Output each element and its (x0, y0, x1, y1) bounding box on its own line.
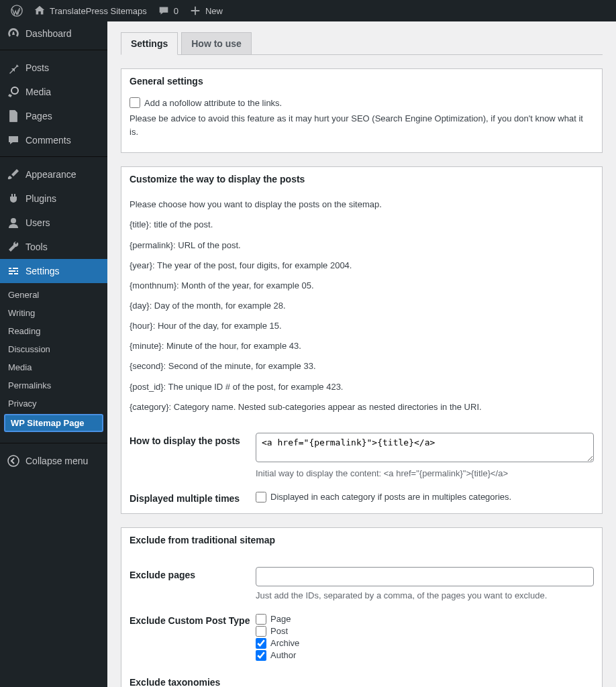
collapse-icon (7, 454, 20, 468)
tab-settings[interactable]: Settings (121, 32, 178, 55)
menu-label: Pages (25, 111, 52, 121)
token-hour: {hour}: Hour of the day, for example 15. (130, 319, 594, 333)
token-permalink: {permalink}: URL of the post. (130, 239, 594, 252)
cpt-archive-checkbox[interactable] (256, 638, 266, 649)
cpt-author-label: Author (270, 650, 296, 660)
menu-comments[interactable]: Comments (0, 128, 107, 152)
cpt-archive-label: Archive (270, 638, 299, 648)
menu-settings[interactable]: Settings (0, 259, 107, 283)
general-settings-heading: General settings (121, 69, 602, 93)
comment-icon (158, 5, 170, 17)
menu-label: Tools (25, 242, 48, 252)
nofollow-checkbox[interactable] (130, 97, 140, 108)
admin-bar: TranslatePress Sitemaps 0 New (0, 0, 616, 21)
menu-label: Settings (25, 266, 60, 276)
collapse-label: Collapse menu (25, 456, 88, 466)
comments-count: 0 (174, 6, 178, 16)
menu-label: Posts (25, 62, 49, 73)
displayed-multiple-label: Displayed multiple times (130, 490, 256, 504)
sliders-icon (7, 264, 20, 278)
token-list: {title}: title of the post. {permalink}:… (130, 218, 594, 413)
comments-menu[interactable]: 0 (152, 0, 184, 21)
submenu-media[interactable]: Media (0, 358, 107, 376)
settings-submenu: General Writing Reading Discussion Media… (0, 283, 107, 439)
exclude-pages-input[interactable] (256, 567, 594, 586)
menu-dashboard[interactable]: Dashboard (0, 21, 107, 46)
cpt-post-checkbox[interactable] (256, 626, 266, 637)
collapse-menu[interactable]: Collapse menu (0, 449, 107, 473)
home-icon (34, 5, 46, 17)
exclude-cpt-label: Exclude Custom Post Type (130, 613, 256, 626)
submenu-discussion[interactable]: Discussion (0, 340, 107, 358)
menu-label: Appearance (25, 169, 76, 180)
plugin-icon (7, 192, 20, 205)
token-second: {second}: Second of the minute, for exam… (130, 360, 594, 373)
submenu-privacy[interactable]: Privacy (0, 394, 107, 413)
comment-icon (7, 134, 20, 147)
new-content-menu[interactable]: New (184, 0, 228, 21)
displayed-multiple-cb-label: Displayed in each category if posts are … (270, 492, 511, 502)
submenu-general[interactable]: General (0, 286, 107, 304)
exclude-pages-hint: Just add the IDs, separated by a comma, … (256, 590, 594, 600)
tab-how-to-use[interactable]: How to use (181, 32, 252, 54)
menu-label: Users (25, 217, 50, 228)
submenu-writing[interactable]: Writing (0, 304, 107, 322)
customize-intro: Please choose how you want to display th… (130, 198, 594, 211)
token-day: {day}: Day of the month, for example 28. (130, 299, 594, 313)
media-icon (7, 85, 20, 99)
plus-icon (189, 5, 201, 17)
brush-icon (7, 168, 20, 181)
menu-appearance[interactable]: Appearance (0, 162, 107, 187)
menu-tools[interactable]: Tools (0, 235, 107, 259)
customize-box: Customize the way to display the posts P… (121, 166, 603, 514)
cpt-post-row[interactable]: Post (256, 626, 594, 637)
site-name-label: TranslatePress Sitemaps (50, 6, 147, 16)
token-year: {year}: The year of the post, four digit… (130, 259, 594, 272)
displayed-multiple-row[interactable]: Displayed in each category if posts are … (256, 492, 594, 503)
exclude-heading: Exclude from traditional sitemap (121, 528, 602, 552)
exclude-taxonomies-label: Exclude taxonomies (130, 674, 256, 687)
svg-point-2 (11, 218, 16, 223)
nofollow-description: Please be advice to avoid this feature a… (130, 112, 594, 139)
how-display-hint: Initial way to display the content: <a h… (256, 468, 594, 478)
new-label: New (205, 6, 223, 16)
token-minute: {minute}: Minute of the hour, for exampl… (130, 339, 594, 353)
site-name-menu[interactable]: TranslatePress Sitemaps (28, 0, 152, 21)
general-settings-box: General settings Add a nofollow attribut… (121, 68, 603, 153)
how-display-textarea[interactable] (256, 433, 594, 462)
menu-plugins[interactable]: Plugins (0, 187, 107, 211)
nofollow-label: Add a nofollow attribute to the links. (144, 98, 282, 108)
wrench-icon (7, 240, 20, 254)
token-post-id: {post_id}: The unique ID # of the post, … (130, 380, 594, 394)
exclude-pages-label: Exclude pages (130, 567, 256, 580)
wordpress-logo-menu[interactable] (5, 0, 28, 21)
cpt-page-label: Page (270, 614, 291, 624)
menu-pages[interactable]: Pages (0, 104, 107, 128)
nav-tabs: Settings How to use (121, 32, 603, 55)
cpt-page-checkbox[interactable] (256, 614, 266, 625)
user-icon (7, 216, 20, 229)
menu-posts[interactable]: Posts (0, 56, 107, 80)
submenu-permalinks[interactable]: Permalinks (0, 376, 107, 394)
pin-icon (7, 61, 20, 74)
submenu-wp-sitemap-page[interactable]: WP Sitemap Page (4, 414, 103, 432)
admin-menu: Dashboard Posts Media Pages Comments App… (0, 21, 107, 687)
token-title: {title}: title of the post. (130, 218, 594, 231)
submenu-reading[interactable]: Reading (0, 322, 107, 340)
cpt-post-label: Post (270, 626, 288, 636)
token-monthnum: {monthnum}: Month of the year, for examp… (130, 279, 594, 293)
displayed-multiple-checkbox[interactable] (256, 492, 266, 503)
wordpress-icon (11, 5, 23, 17)
menu-media[interactable]: Media (0, 80, 107, 104)
menu-label: Plugins (25, 193, 56, 204)
cpt-author-row[interactable]: Author (256, 650, 594, 661)
cpt-archive-row[interactable]: Archive (256, 638, 594, 649)
dashboard-icon (7, 27, 20, 40)
cpt-author-checkbox[interactable] (256, 650, 266, 661)
nofollow-checkbox-row[interactable]: Add a nofollow attribute to the links. (130, 97, 594, 108)
how-display-label: How to display the posts (130, 433, 256, 446)
settings-page: Settings How to use General settings Add… (107, 21, 616, 687)
cpt-page-row[interactable]: Page (256, 614, 594, 625)
menu-users[interactable]: Users (0, 211, 107, 235)
exclude-box: Exclude from traditional sitemap Exclude… (121, 527, 603, 687)
